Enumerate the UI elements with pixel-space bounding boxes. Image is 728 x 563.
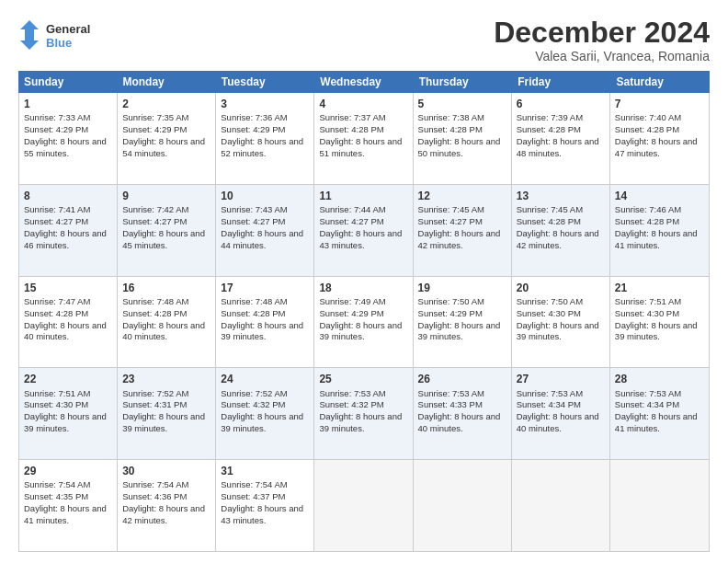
day-9: 9Sunrise: 7:42 AM Sunset: 4:27 PM Daylig… xyxy=(118,185,216,276)
day-28: 28Sunrise: 7:53 AM Sunset: 4:34 PM Dayli… xyxy=(610,368,709,459)
day-info: Sunrise: 7:52 AM Sunset: 4:32 PM Dayligh… xyxy=(221,388,309,435)
day-number: 15 xyxy=(24,281,112,295)
day-info: Sunrise: 7:51 AM Sunset: 4:30 PM Dayligh… xyxy=(615,296,704,343)
day-info: Sunrise: 7:54 AM Sunset: 4:35 PM Dayligh… xyxy=(24,479,112,526)
day-number: 14 xyxy=(615,189,704,203)
day-number: 28 xyxy=(615,372,704,386)
day-21: 21Sunrise: 7:51 AM Sunset: 4:30 PM Dayli… xyxy=(610,277,709,368)
day-4: 4Sunrise: 7:37 AM Sunset: 4:28 PM Daylig… xyxy=(314,93,413,184)
day-info: Sunrise: 7:53 AM Sunset: 4:34 PM Dayligh… xyxy=(517,388,605,435)
month-title: December 2024 xyxy=(494,17,710,49)
day-number: 1 xyxy=(24,97,112,111)
day-number: 4 xyxy=(319,97,407,111)
day-info: Sunrise: 7:43 AM Sunset: 4:27 PM Dayligh… xyxy=(221,204,309,251)
day-info: Sunrise: 7:48 AM Sunset: 4:28 PM Dayligh… xyxy=(122,296,210,343)
day-info: Sunrise: 7:38 AM Sunset: 4:28 PM Dayligh… xyxy=(418,112,506,159)
empty-cell xyxy=(414,460,512,551)
day-info: Sunrise: 7:52 AM Sunset: 4:31 PM Dayligh… xyxy=(122,388,210,435)
header-monday: Monday xyxy=(117,71,215,93)
day-info: Sunrise: 7:50 AM Sunset: 4:29 PM Dayligh… xyxy=(418,296,506,343)
day-info: Sunrise: 7:45 AM Sunset: 4:27 PM Dayligh… xyxy=(418,204,506,251)
day-23: 23Sunrise: 7:52 AM Sunset: 4:31 PM Dayli… xyxy=(118,368,216,459)
day-11: 11Sunrise: 7:44 AM Sunset: 4:27 PM Dayli… xyxy=(314,185,413,276)
day-info: Sunrise: 7:48 AM Sunset: 4:28 PM Dayligh… xyxy=(221,296,309,343)
logo: General Blue xyxy=(18,17,101,53)
day-10: 10Sunrise: 7:43 AM Sunset: 4:27 PM Dayli… xyxy=(216,185,314,276)
day-number: 6 xyxy=(517,97,605,111)
day-number: 19 xyxy=(418,281,506,295)
day-5: 5Sunrise: 7:38 AM Sunset: 4:28 PM Daylig… xyxy=(414,93,512,184)
day-26: 26Sunrise: 7:53 AM Sunset: 4:33 PM Dayli… xyxy=(414,368,512,459)
day-number: 3 xyxy=(221,97,309,111)
day-number: 18 xyxy=(319,281,407,295)
svg-text:Blue: Blue xyxy=(46,36,72,50)
day-info: Sunrise: 7:54 AM Sunset: 4:37 PM Dayligh… xyxy=(221,479,309,526)
day-number: 31 xyxy=(221,464,309,478)
day-info: Sunrise: 7:49 AM Sunset: 4:29 PM Dayligh… xyxy=(319,296,407,343)
calendar-body: 1Sunrise: 7:33 AM Sunset: 4:29 PM Daylig… xyxy=(18,93,710,552)
day-18: 18Sunrise: 7:49 AM Sunset: 4:29 PM Dayli… xyxy=(314,277,413,368)
svg-marker-2 xyxy=(20,20,39,50)
day-number: 5 xyxy=(418,97,506,111)
day-info: Sunrise: 7:41 AM Sunset: 4:27 PM Dayligh… xyxy=(24,204,112,251)
day-info: Sunrise: 7:42 AM Sunset: 4:27 PM Dayligh… xyxy=(122,204,210,251)
day-info: Sunrise: 7:39 AM Sunset: 4:28 PM Dayligh… xyxy=(517,112,605,159)
header-friday: Friday xyxy=(512,71,610,93)
day-3: 3Sunrise: 7:36 AM Sunset: 4:29 PM Daylig… xyxy=(216,93,314,184)
day-number: 9 xyxy=(122,189,210,203)
day-7: 7Sunrise: 7:40 AM Sunset: 4:28 PM Daylig… xyxy=(610,93,709,184)
header-sunday: Sunday xyxy=(18,71,117,93)
day-info: Sunrise: 7:51 AM Sunset: 4:30 PM Dayligh… xyxy=(24,388,112,435)
header-saturday: Saturday xyxy=(611,71,710,93)
day-31: 31Sunrise: 7:54 AM Sunset: 4:37 PM Dayli… xyxy=(216,460,314,551)
calendar-row-1: 1Sunrise: 7:33 AM Sunset: 4:29 PM Daylig… xyxy=(19,93,709,185)
header-tuesday: Tuesday xyxy=(216,71,314,93)
empty-cell xyxy=(610,460,709,551)
calendar-row-4: 22Sunrise: 7:51 AM Sunset: 4:30 PM Dayli… xyxy=(19,368,709,460)
calendar-row-3: 15Sunrise: 7:47 AM Sunset: 4:28 PM Dayli… xyxy=(19,277,709,369)
day-number: 10 xyxy=(221,189,309,203)
calendar-row-2: 8Sunrise: 7:41 AM Sunset: 4:27 PM Daylig… xyxy=(19,185,709,277)
title-block: December 2024 Valea Sarii, Vrancea, Roma… xyxy=(494,17,710,63)
day-number: 30 xyxy=(122,464,210,478)
day-info: Sunrise: 7:36 AM Sunset: 4:29 PM Dayligh… xyxy=(221,112,309,159)
day-info: Sunrise: 7:45 AM Sunset: 4:28 PM Dayligh… xyxy=(517,204,605,251)
day-info: Sunrise: 7:46 AM Sunset: 4:28 PM Dayligh… xyxy=(615,204,704,251)
day-number: 20 xyxy=(517,281,605,295)
day-14: 14Sunrise: 7:46 AM Sunset: 4:28 PM Dayli… xyxy=(610,185,709,276)
day-17: 17Sunrise: 7:48 AM Sunset: 4:28 PM Dayli… xyxy=(216,277,314,368)
day-6: 6Sunrise: 7:39 AM Sunset: 4:28 PM Daylig… xyxy=(512,93,610,184)
day-25: 25Sunrise: 7:53 AM Sunset: 4:32 PM Dayli… xyxy=(314,368,413,459)
day-number: 13 xyxy=(517,189,605,203)
day-info: Sunrise: 7:47 AM Sunset: 4:28 PM Dayligh… xyxy=(24,296,112,343)
empty-cell xyxy=(314,460,413,551)
day-13: 13Sunrise: 7:45 AM Sunset: 4:28 PM Dayli… xyxy=(512,185,610,276)
day-22: 22Sunrise: 7:51 AM Sunset: 4:30 PM Dayli… xyxy=(19,368,118,459)
day-16: 16Sunrise: 7:48 AM Sunset: 4:28 PM Dayli… xyxy=(118,277,216,368)
header: General Blue December 2024 Valea Sarii, … xyxy=(18,17,710,63)
day-number: 12 xyxy=(418,189,506,203)
day-20: 20Sunrise: 7:50 AM Sunset: 4:30 PM Dayli… xyxy=(512,277,610,368)
svg-text:General: General xyxy=(46,22,90,36)
day-number: 25 xyxy=(319,372,407,386)
day-29: 29Sunrise: 7:54 AM Sunset: 4:35 PM Dayli… xyxy=(19,460,118,551)
day-number: 17 xyxy=(221,281,309,295)
day-number: 11 xyxy=(319,189,407,203)
day-number: 27 xyxy=(517,372,605,386)
page: General Blue December 2024 Valea Sarii, … xyxy=(0,0,728,563)
empty-cell xyxy=(512,460,610,551)
day-number: 24 xyxy=(221,372,309,386)
day-1: 1Sunrise: 7:33 AM Sunset: 4:29 PM Daylig… xyxy=(19,93,118,184)
day-12: 12Sunrise: 7:45 AM Sunset: 4:27 PM Dayli… xyxy=(414,185,512,276)
day-number: 7 xyxy=(615,97,704,111)
day-info: Sunrise: 7:53 AM Sunset: 4:34 PM Dayligh… xyxy=(615,388,704,435)
day-number: 8 xyxy=(24,189,112,203)
day-15: 15Sunrise: 7:47 AM Sunset: 4:28 PM Dayli… xyxy=(19,277,118,368)
day-number: 22 xyxy=(24,372,112,386)
day-info: Sunrise: 7:40 AM Sunset: 4:28 PM Dayligh… xyxy=(615,112,704,159)
header-thursday: Thursday xyxy=(414,71,512,93)
day-number: 26 xyxy=(418,372,506,386)
day-2: 2Sunrise: 7:35 AM Sunset: 4:29 PM Daylig… xyxy=(118,93,216,184)
day-info: Sunrise: 7:53 AM Sunset: 4:32 PM Dayligh… xyxy=(319,388,407,435)
day-number: 29 xyxy=(24,464,112,478)
